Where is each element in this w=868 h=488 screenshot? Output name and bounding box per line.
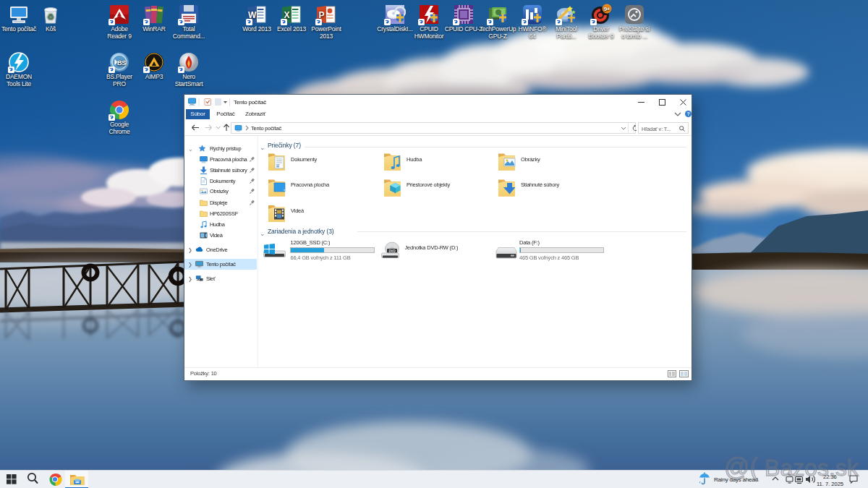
svg-text:BS: BS	[117, 59, 126, 67]
svg-text:♻: ♻	[47, 12, 54, 21]
svg-text:DVD: DVD	[389, 249, 396, 253]
